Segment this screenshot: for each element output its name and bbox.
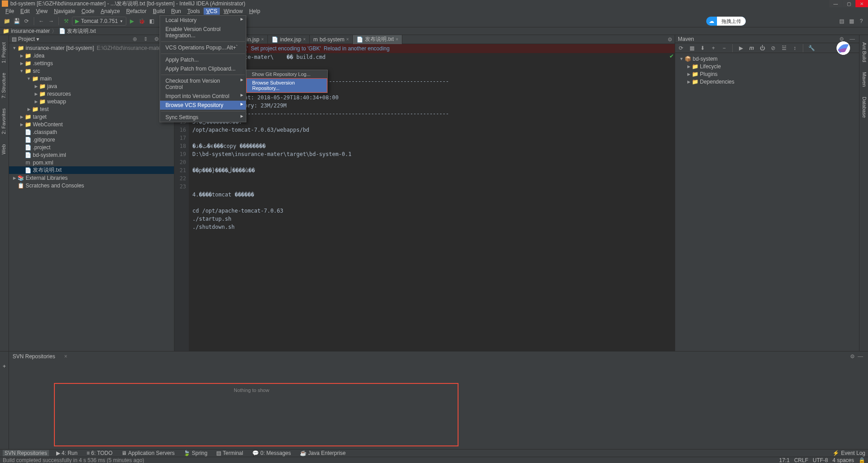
tabs-gear-icon[interactable]: ⚙ xyxy=(666,36,674,44)
tree-item[interactable]: 📋Scratches and Consoles xyxy=(9,182,174,189)
menu-analyze[interactable]: Analyze xyxy=(98,8,123,15)
vcs-submenu-item[interactable]: Browse Subversion Repository... xyxy=(246,78,327,93)
tree-item[interactable]: 📄.project xyxy=(9,143,174,151)
gutter-tab[interactable]: Maven xyxy=(859,69,868,89)
target-icon[interactable]: ⊕ xyxy=(131,35,139,43)
maven-tree-item[interactable]: ▶📁Lifecycle xyxy=(677,62,857,70)
menu-vcs[interactable]: VCS xyxy=(204,8,220,15)
save-all-icon[interactable]: 💾 xyxy=(13,17,21,25)
editor-content[interactable]: 5 6 7 8 9 10 11 12 13 14 15 16 17 18 19 … xyxy=(174,53,675,357)
vcs-menu-item[interactable]: Apply Patch... xyxy=(160,55,246,64)
gutter-tab[interactable]: Database xyxy=(859,94,868,120)
add-icon[interactable]: + xyxy=(709,44,717,52)
debug-icon[interactable]: 🐞 xyxy=(138,17,146,25)
toggle-icon[interactable]: ⏻ xyxy=(758,44,766,52)
event-log-button[interactable]: ⚡ Event Log xyxy=(832,450,865,456)
close-tab-icon[interactable]: × xyxy=(396,37,398,42)
menu-help[interactable]: Help xyxy=(246,8,263,15)
show-deps-icon[interactable]: ☱ xyxy=(780,44,788,52)
reimport-icon[interactable]: ⟳ xyxy=(677,44,685,52)
forward-icon[interactable]: → xyxy=(47,17,55,25)
vcs-menu-item[interactable]: Import into Version Control xyxy=(160,92,246,101)
help-icon[interactable]: ? xyxy=(857,17,865,25)
toolwindow-tab[interactable]: 🖥 Application Servers xyxy=(120,450,176,456)
close-tab-icon[interactable]: × xyxy=(261,37,264,42)
add-repo-button[interactable]: + xyxy=(0,361,9,371)
tree-item[interactable]: ▶📁test xyxy=(9,105,174,113)
tree-item[interactable]: 📄bd-system.iml xyxy=(9,151,174,159)
collapse-icon[interactable]: ⇕ xyxy=(142,35,150,43)
tree-item[interactable]: ▶📁.idea xyxy=(9,52,174,59)
m-icon[interactable]: m xyxy=(748,44,756,52)
collapse-all-icon[interactable]: ↕ xyxy=(791,44,799,52)
run-maven-icon[interactable]: ▶ xyxy=(737,44,745,52)
skip-tests-icon[interactable]: ⊘ xyxy=(769,44,777,52)
menu-build[interactable]: Build xyxy=(150,8,168,15)
minimize-button[interactable]: — xyxy=(829,0,842,7)
tree-item[interactable]: ▶📁.settings xyxy=(9,59,174,67)
gutter-tab[interactable]: 1: Project xyxy=(0,40,9,66)
toolwindow-tab[interactable]: 💬 0: Messages xyxy=(250,450,293,456)
close-button[interactable]: ✕ xyxy=(855,0,868,7)
cloud-upload-button[interactable]: ☁ 拖拽上传 xyxy=(706,17,746,26)
tree-item[interactable]: 📄发布说明.txt xyxy=(9,166,174,174)
hide-icon[interactable]: — xyxy=(856,352,864,361)
breadcrumb-item[interactable]: 📄 发布说明.txt xyxy=(59,27,96,35)
editor-tab[interactable]: 📄index.jsp× xyxy=(268,35,310,44)
toolwindow-tab[interactable]: ≡ 6: TODO xyxy=(85,450,114,456)
vcs-menu-item[interactable]: VCS Operations Popup...Alt+` xyxy=(160,43,246,52)
back-icon[interactable]: ← xyxy=(37,17,45,25)
menu-navigate[interactable]: Navigate xyxy=(51,8,78,15)
settings-icon[interactable]: 🔧 xyxy=(807,44,815,52)
indent-info[interactable]: 4 spaces xyxy=(832,457,854,463)
vcs-submenu-item[interactable]: Show Git Repository Log... xyxy=(246,70,327,78)
menu-edit[interactable]: Edit xyxy=(18,8,32,15)
toolwindow-tab[interactable]: ▶ 4: Run xyxy=(54,450,80,456)
close-pane-icon[interactable]: × xyxy=(64,353,67,360)
vcs-menu-item[interactable]: Checkout from Version Control xyxy=(160,76,246,92)
cursor-position[interactable]: 17:1 xyxy=(779,457,789,463)
maven-tree-item[interactable]: ▼📦bd-system xyxy=(677,55,857,62)
vcs-menu-item[interactable]: Local History xyxy=(160,16,246,25)
editor-tab[interactable]: 📄发布说明.txt× xyxy=(353,35,402,44)
gutter-tab[interactable]: 2: Favorites xyxy=(0,106,9,137)
toolbar-icon-1[interactable]: ▤ xyxy=(837,17,846,25)
tree-item[interactable]: mpom.xml xyxy=(9,159,174,166)
code-area[interactable]: l-system\insurance-mater\ �� build.cmd �… xyxy=(189,53,675,357)
gutter-tab[interactable]: Web xyxy=(0,142,9,157)
tree-item[interactable]: ▶📁webapp xyxy=(9,98,174,105)
vcs-menu-item[interactable]: Apply Patch from Clipboard... xyxy=(160,64,246,73)
gear-icon[interactable]: ⚙ xyxy=(848,352,856,361)
lock-icon[interactable]: 🔒 xyxy=(859,457,865,463)
maven-tree-item[interactable]: ▶📁Plugins xyxy=(677,70,857,78)
vcs-menu-item[interactable]: Browse VCS Repository xyxy=(160,101,246,110)
menu-view[interactable]: View xyxy=(33,8,50,15)
tree-item[interactable]: 📄.classpath xyxy=(9,128,174,136)
menu-run[interactable]: Run xyxy=(169,8,184,15)
menu-window[interactable]: Window xyxy=(221,8,245,15)
tree-item[interactable]: ▶📁java xyxy=(9,82,174,90)
vcs-menu-item[interactable]: Sync Settings xyxy=(160,113,246,122)
vcs-menu-item[interactable]: Enable Version Control Integration... xyxy=(160,25,246,40)
coverage-icon[interactable]: ◧ xyxy=(148,17,156,25)
tree-item[interactable]: ▶📁WebContent xyxy=(9,120,174,128)
menu-tools[interactable]: Tools xyxy=(185,8,203,15)
run-icon[interactable]: ▶ xyxy=(128,17,136,25)
set-encoding-link[interactable]: Set project encoding to 'GBK' xyxy=(251,45,321,52)
toolwindow-tab[interactable]: ☕ Java Enterprise xyxy=(298,450,347,456)
tree-item[interactable]: ▼📁main xyxy=(9,75,174,82)
tree-item[interactable]: ▶📁resources xyxy=(9,90,174,98)
build-icon[interactable]: ⚒ xyxy=(62,17,70,25)
menu-file[interactable]: File xyxy=(3,8,17,15)
gutter-tab[interactable]: Ant Build xyxy=(859,40,868,65)
download-icon[interactable]: ⬇ xyxy=(699,44,707,52)
gutter-tab[interactable]: 7: Structure xyxy=(0,70,9,101)
line-separator[interactable]: CRLF xyxy=(794,457,808,463)
tree-item[interactable]: ▼📁insurance-mater [bd-system]E:\GZH\bd\i… xyxy=(9,44,174,52)
reload-other-link[interactable]: Reload in another encoding xyxy=(324,45,390,52)
remove-icon[interactable]: − xyxy=(720,44,728,52)
close-tab-icon[interactable]: × xyxy=(303,37,306,42)
tree-item[interactable]: ▶📚External Libraries xyxy=(9,174,174,182)
tree-item[interactable]: ▶📁target xyxy=(9,113,174,120)
close-tab-icon[interactable]: × xyxy=(346,37,349,42)
